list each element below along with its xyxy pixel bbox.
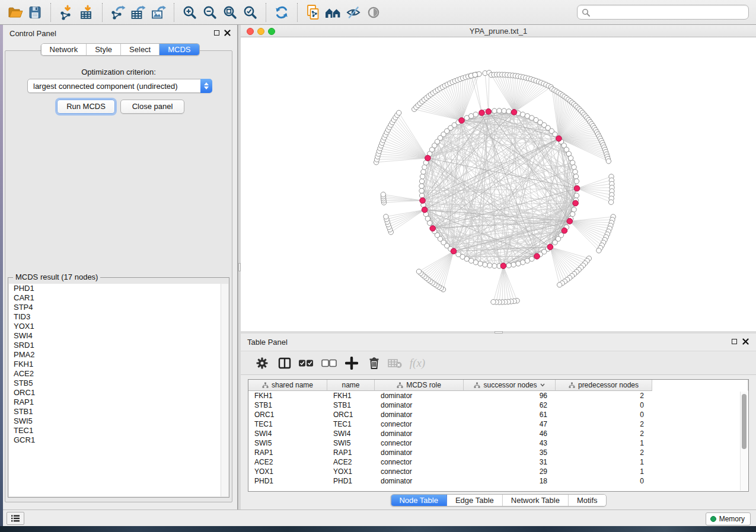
table-scrollbar-thumb[interactable] (742, 394, 747, 449)
zoom-fit-icon[interactable] (220, 2, 240, 23)
zoom-out-icon[interactable] (200, 2, 220, 23)
zoom-in-icon[interactable] (180, 2, 200, 23)
cell-successor_nodes[interactable]: 18 (464, 476, 556, 486)
network-node[interactable] (570, 160, 575, 165)
network-dominator-node[interactable] (511, 110, 517, 116)
network-node[interactable] (506, 263, 511, 268)
table-row[interactable]: PHD1PHD1dominator180 (248, 476, 748, 486)
network-node[interactable] (491, 300, 496, 305)
cell-predecessor_nodes[interactable]: 2 (556, 391, 652, 400)
cell-mcds_role[interactable]: dominator (375, 448, 464, 457)
table-row[interactable]: YOX1YOX1connector291 (248, 467, 748, 476)
tab-network-table[interactable]: Network Table (503, 495, 569, 506)
close-panel-icon[interactable] (742, 338, 749, 345)
criterion-select[interactable]: largest connected component (undirected) (27, 79, 212, 93)
network-node[interactable] (384, 214, 388, 219)
network-dominator-node[interactable] (486, 109, 492, 115)
cell-name[interactable]: RAP1 (327, 448, 375, 457)
network-node[interactable] (516, 261, 521, 266)
cell-successor_nodes[interactable]: 62 (464, 400, 556, 410)
network-node[interactable] (416, 269, 421, 274)
network-document-icon[interactable] (303, 2, 323, 23)
create-column-plus-icon[interactable] (343, 355, 360, 371)
network-node[interactable] (478, 261, 483, 266)
mcds-result-item[interactable]: STB5 (9, 379, 228, 388)
cell-shared_name[interactable]: FKH1 (248, 391, 327, 400)
network-node[interactable] (596, 248, 601, 253)
network-node[interactable] (511, 262, 516, 267)
cell-predecessor_nodes[interactable]: 0 (556, 476, 652, 486)
save-icon[interactable] (25, 2, 45, 23)
cell-name[interactable]: ORC1 (327, 410, 375, 419)
network-node[interactable] (473, 72, 477, 77)
network-node[interactable] (487, 263, 492, 268)
cell-name[interactable]: STB1 (327, 400, 375, 410)
mcds-result-item[interactable]: STP4 (9, 303, 228, 312)
open-folder-icon[interactable] (5, 2, 25, 23)
cell-shared_name[interactable]: TEC1 (248, 419, 327, 429)
cell-successor_nodes[interactable]: 61 (464, 410, 556, 419)
mcds-result-item[interactable]: PMA2 (9, 350, 228, 360)
cell-name[interactable]: PHD1 (327, 476, 375, 486)
task-history-button[interactable] (7, 512, 24, 525)
cell-successor_nodes[interactable]: 47 (464, 419, 556, 429)
network-node[interactable] (574, 193, 579, 198)
network-dominator-node[interactable] (562, 228, 567, 234)
table-row[interactable]: ACE2ACE2connector311 (248, 457, 748, 467)
network-node[interactable] (573, 174, 578, 179)
show-column-panel-icon[interactable] (276, 355, 293, 371)
tab-style[interactable]: Style (87, 44, 121, 55)
column-header-shared-name[interactable]: shared name (248, 380, 327, 391)
table-row[interactable]: FKH1FKH1dominator962 (248, 391, 748, 400)
network-dominator-node[interactable] (459, 118, 465, 124)
network-node[interactable] (608, 200, 613, 204)
network-dominator-node[interactable] (425, 155, 431, 161)
table-row[interactable]: SWI4SWI4dominator462 (248, 429, 748, 438)
cell-shared_name[interactable]: SWI5 (248, 438, 327, 448)
network-dominator-node[interactable] (479, 110, 485, 116)
float-panel-icon[interactable] (732, 339, 737, 344)
network-node[interactable] (553, 132, 557, 137)
network-dominator-node[interactable] (567, 219, 573, 225)
network-node[interactable] (574, 179, 579, 184)
network-node[interactable] (419, 193, 424, 198)
network-node[interactable] (521, 260, 525, 265)
float-panel-icon[interactable] (214, 30, 219, 36)
mcds-result-item[interactable]: GCR1 (9, 435, 228, 445)
network-node[interactable] (421, 169, 426, 174)
network-dominator-node[interactable] (573, 200, 579, 206)
network-dominator-node[interactable] (420, 198, 426, 204)
column-header-name[interactable]: name (327, 380, 375, 391)
cell-name[interactable]: FKH1 (327, 391, 375, 400)
column-header-successor-nodes[interactable]: successor nodes (464, 380, 556, 391)
cell-predecessor_nodes[interactable]: 0 (556, 400, 652, 410)
tab-motifs[interactable]: Motifs (569, 495, 606, 506)
cell-successor_nodes[interactable]: 35 (464, 448, 556, 457)
cell-shared_name[interactable]: STB1 (248, 400, 327, 410)
close-panel-icon[interactable] (224, 30, 231, 36)
column-header-MCDS-role[interactable]: MCDS role (375, 380, 464, 391)
mcds-result-item[interactable]: SRD1 (9, 341, 228, 350)
table-row[interactable]: ORC1ORC1dominator610 (248, 410, 748, 419)
hide-eye-icon[interactable] (343, 2, 363, 23)
export-table-icon[interactable] (128, 2, 148, 23)
cell-shared_name[interactable]: ACE2 (248, 457, 327, 467)
function-builder-icon-disabled[interactable]: f(x) (409, 355, 426, 371)
cell-mcds_role[interactable]: dominator (375, 429, 464, 438)
cell-predecessor_nodes[interactable]: 0 (556, 410, 652, 419)
cell-mcds_role[interactable]: dominator (375, 476, 464, 486)
mcds-result-item[interactable]: SWI4 (9, 331, 228, 341)
network-dominator-node[interactable] (500, 263, 506, 269)
export-network-icon[interactable] (108, 2, 128, 23)
mcds-result-item[interactable]: ORC1 (9, 388, 228, 398)
table-row[interactable]: RAP1RAP1dominator352 (248, 448, 748, 457)
cell-predecessor_nodes[interactable]: 1 (556, 438, 652, 448)
cell-successor_nodes[interactable]: 96 (464, 391, 556, 400)
import-table-icon[interactable] (76, 2, 97, 23)
mcds-result-item[interactable]: FKH1 (9, 360, 228, 369)
column-header-predecessor-nodes[interactable]: predecessor nodes (556, 380, 652, 391)
refresh-icon[interactable] (272, 2, 292, 23)
cell-successor_nodes[interactable]: 31 (464, 457, 556, 467)
cell-shared_name[interactable]: SWI4 (248, 429, 327, 438)
cell-name[interactable]: YOX1 (327, 467, 375, 476)
